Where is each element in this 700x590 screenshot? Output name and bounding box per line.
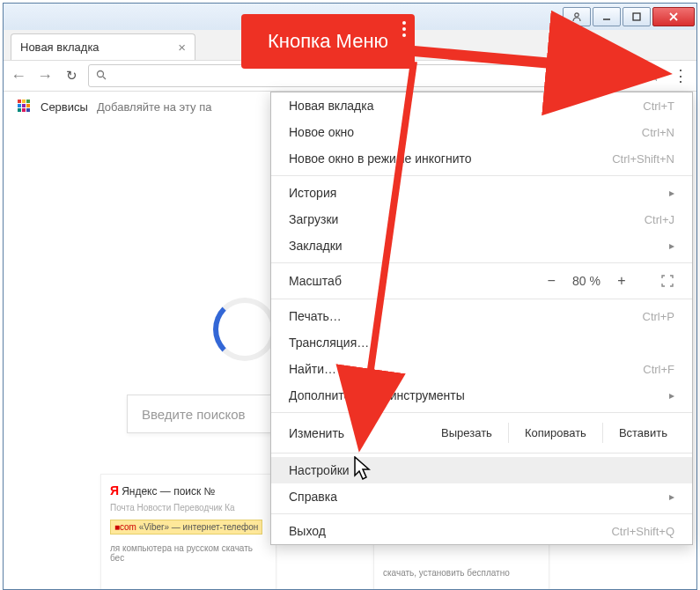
tab-close-icon[interactable]: × xyxy=(178,40,186,55)
menu-copy[interactable]: Копировать xyxy=(508,423,602,443)
menu-separator xyxy=(271,175,692,176)
menu-separator xyxy=(271,412,692,413)
menu-cast[interactable]: Трансляция… xyxy=(271,329,692,356)
menu-separator xyxy=(271,262,692,263)
menu-downloads[interactable]: Загрузки Ctrl+J xyxy=(271,206,692,232)
menu-separator xyxy=(271,513,692,514)
yandex-logo-icon: Я xyxy=(110,483,119,498)
menu-separator xyxy=(271,453,692,454)
tab-title: Новая вкладка xyxy=(20,41,99,54)
fullscreen-button[interactable] xyxy=(660,274,674,288)
close-button[interactable] xyxy=(652,7,695,26)
menu-more-tools[interactable]: Дополнительные инструменты ▸ xyxy=(271,382,692,409)
svg-point-5 xyxy=(98,70,104,77)
thumbnail-card-yandex[interactable]: Я Яндекс — поиск № Почта Новости Перевод… xyxy=(100,474,276,589)
card-caption: ля компьютера на русском скачать бес xyxy=(110,543,267,563)
annotation-callout: Кнопка Меню xyxy=(241,14,415,69)
svg-rect-2 xyxy=(633,13,640,20)
zoom-value: 80 % xyxy=(572,274,601,288)
svg-point-7 xyxy=(623,70,630,77)
chevron-right-icon: ▸ xyxy=(669,389,674,402)
menu-button[interactable]: ⋮ xyxy=(670,65,691,86)
bookmark-star-icon[interactable]: ☆ xyxy=(644,68,663,85)
menu-new-window[interactable]: Новое окно Ctrl+N xyxy=(271,119,692,145)
menu-settings[interactable]: Настройки xyxy=(271,457,692,483)
svg-line-8 xyxy=(630,77,632,79)
zoom-in-button[interactable]: + xyxy=(613,273,630,289)
menu-history[interactable]: История ▸ xyxy=(271,180,692,206)
address-input[interactable] xyxy=(112,69,602,84)
menu-edit-row: Изменить Вырезать Копировать Вставить xyxy=(271,417,692,449)
chevron-right-icon: ▸ xyxy=(669,187,674,199)
menu-cut[interactable]: Вырезать xyxy=(425,423,508,443)
loading-spinner-icon xyxy=(213,298,276,361)
browser-window: Новая вкладка × ← → ↻ ☆ ⋮ Сервисы Добавл… xyxy=(3,3,697,590)
tab-new[interactable]: Новая вкладка × xyxy=(11,33,195,60)
user-button[interactable] xyxy=(563,7,591,26)
menu-bookmarks[interactable]: Закладки ▸ xyxy=(271,232,692,259)
forward-button[interactable]: → xyxy=(35,67,55,85)
chevron-right-icon: ▸ xyxy=(669,490,674,503)
main-menu: Новая вкладка Ctrl+T Новое окно Ctrl+N Н… xyxy=(270,92,693,545)
svg-line-6 xyxy=(103,77,106,79)
menu-separator xyxy=(271,299,692,299)
menu-zoom: Масштаб − 80 % + xyxy=(271,267,692,295)
menu-help[interactable]: Справка ▸ xyxy=(271,483,692,510)
callout-label: Кнопка Меню xyxy=(268,30,388,53)
apps-icon[interactable] xyxy=(18,100,32,114)
menu-new-tab[interactable]: Новая вкладка Ctrl+T xyxy=(271,92,692,119)
chevron-right-icon: ▸ xyxy=(669,240,674,252)
back-button[interactable]: ← xyxy=(9,67,28,85)
bookmarks-hint: Добавляйте на эту па xyxy=(97,100,212,114)
menu-find[interactable]: Найти… Ctrl+F xyxy=(271,356,692,382)
minimize-button[interactable] xyxy=(593,7,621,26)
search-icon xyxy=(96,70,107,83)
viber-banner: ■com «Viber» — интернет-телефон xyxy=(110,520,262,535)
zoom-out-button[interactable]: − xyxy=(542,273,560,289)
menu-exit[interactable]: Выход Ctrl+Shift+Q xyxy=(271,518,692,544)
card-links: Почта Новости Переводчик Ка xyxy=(110,503,267,513)
apps-label[interactable]: Сервисы xyxy=(41,100,88,114)
reload-button[interactable]: ↻ xyxy=(62,68,81,84)
menu-incognito[interactable]: Новое окно в режиме инкогнито Ctrl+Shift… xyxy=(271,145,692,172)
maximize-button[interactable] xyxy=(623,7,651,26)
menu-paste[interactable]: Вставить xyxy=(602,423,683,443)
zoom-icon[interactable] xyxy=(617,67,637,85)
menu-print[interactable]: Печать… Ctrl+P xyxy=(271,303,692,329)
svg-point-0 xyxy=(575,13,578,17)
